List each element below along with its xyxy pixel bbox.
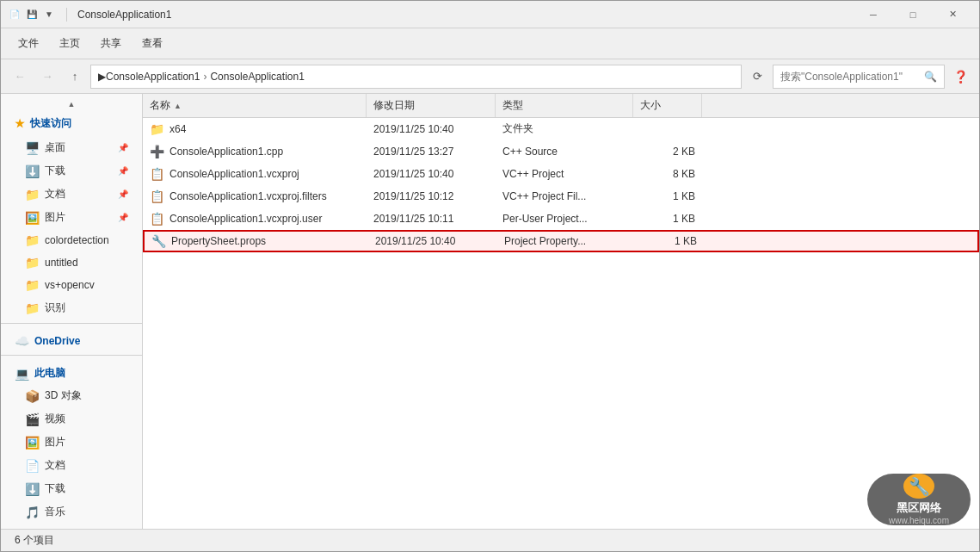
sidebar-item-label: 文档 — [45, 187, 65, 202]
sidebar-item-downloads2[interactable]: ⬇️ 下载 — [1, 477, 142, 500]
col-header-type[interactable]: 类型 — [496, 94, 633, 117]
file-date-cell: 2019/11/25 13:27 — [367, 140, 496, 162]
watermark: 🔧 黑区网络 www.heiqu.com — [867, 474, 971, 525]
sidebar-item-recognition[interactable]: 📁 识别 — [1, 296, 142, 319]
downloads2-icon: ⬇️ — [25, 482, 40, 496]
search-icon: 🔍 — [924, 71, 937, 83]
search-input[interactable] — [780, 71, 921, 83]
menu-item-home[interactable]: 主页 — [49, 33, 90, 54]
forward-button[interactable]: → — [35, 65, 59, 89]
file-size-cell — [633, 118, 702, 140]
table-row[interactable]: 📋 ConsoleApplication1.vcxproj 2019/11/25… — [143, 163, 979, 185]
sidebar-item-label: colordetection — [45, 234, 109, 246]
sidebar-item-desktop[interactable]: 🖥️ 桌面 📌 — [1, 136, 142, 159]
file-name: ConsoleApplication1.vcxproj.filters — [169, 190, 327, 202]
desktop-icon: 🖥️ — [25, 141, 40, 155]
menu-bar: 文件 主页 共享 查看 — [1, 28, 979, 59]
back-button[interactable]: ← — [8, 65, 32, 89]
onedrive-header[interactable]: ☁️ OneDrive — [1, 327, 142, 351]
folder-icon: 📁 — [25, 278, 40, 292]
file-icon: 📋 — [150, 167, 164, 181]
watermark-url: www.heiqu.com — [889, 516, 949, 525]
pin-icon: 📌 — [118, 166, 128, 176]
sidebar-item-label: 下载 — [45, 481, 65, 496]
col-header-date[interactable]: 修改日期 — [367, 94, 496, 117]
up-button[interactable]: ↑ — [63, 65, 87, 89]
title-divider — [66, 8, 67, 22]
file-name-cell: 🔧 PropertySheet.props — [145, 232, 368, 251]
pin-icon: 📌 — [118, 143, 128, 152]
path-segment-2: ConsoleApplication1 — [210, 71, 304, 83]
sidebar-item-untitled[interactable]: 📁 untitled — [1, 251, 142, 274]
onedrive-label: OneDrive — [34, 335, 80, 347]
download-icon: ⬇️ — [25, 164, 40, 178]
docs2-icon: 📄 — [25, 459, 40, 473]
sidebar-item-pictures2[interactable]: 🖼️ 图片 — [1, 431, 142, 454]
sidebar-item-downloads[interactable]: ⬇️ 下载 📌 — [1, 159, 142, 183]
file-icon: 📁 — [150, 122, 164, 136]
sidebar-item-documents[interactable]: 📁 文档 📌 — [1, 183, 142, 206]
table-row[interactable]: 🔧 PropertySheet.props 2019/11/25 10:40 P… — [143, 230, 979, 252]
file-name-cell: 📋 ConsoleApplication1.vcxproj.filters — [143, 185, 367, 207]
sidebar-item-colordetection[interactable]: 📁 colordetection — [1, 229, 142, 251]
file-type-cell: C++ Source — [496, 140, 633, 162]
file-area: 名称 ▲ 修改日期 类型 大小 📁 x64 2019/11/2 — [143, 94, 979, 529]
sidebar-item-label: 桌面 — [45, 140, 65, 155]
file-size-cell: 1 KB — [635, 232, 704, 251]
file-size-cell: 1 KB — [633, 185, 702, 207]
sidebar-item-music[interactable]: 🎵 音乐 — [1, 500, 142, 524]
sidebar-item-vsopencv[interactable]: 📁 vs+opencv — [1, 274, 142, 296]
col-header-name[interactable]: 名称 ▲ — [143, 94, 367, 117]
pictures2-icon: 🖼️ — [25, 436, 40, 450]
sidebar-item-label: 识别 — [45, 301, 65, 315]
sidebar-divider-1 — [1, 323, 142, 324]
table-row[interactable]: 📋 ConsoleApplication1.vcxproj.user 2019/… — [143, 208, 979, 230]
sidebar-item-video[interactable]: 🎬 视频 — [1, 407, 142, 431]
sidebar-item-label: 3D 对象 — [45, 388, 82, 403]
explorer-window: 📄 💾 ▼ ConsoleApplication1 ─ □ ✕ 文件 主页 共享… — [0, 0, 980, 552]
file-icon: 📋 — [150, 189, 164, 203]
file-size-cell: 2 KB — [633, 140, 702, 162]
col-size-label: 大小 — [640, 98, 661, 113]
video-icon: 🎬 — [25, 412, 40, 426]
sidebar-item-3d[interactable]: 📦 3D 对象 — [1, 384, 142, 407]
address-bar: ← → ↑ ▶ ConsoleApplication1 › ConsoleApp… — [1, 59, 979, 94]
sidebar-item-docs2[interactable]: 📄 文档 — [1, 454, 142, 477]
menu-item-file[interactable]: 文件 — [8, 33, 49, 54]
address-path[interactable]: ▶ ConsoleApplication1 › ConsoleApplicati… — [90, 65, 742, 89]
refresh-button[interactable]: ⟳ — [745, 65, 769, 89]
file-name: ConsoleApplication1.vcxproj — [169, 168, 299, 180]
pictures-icon: 🖼️ — [25, 211, 40, 225]
sidebar-item-label: 音乐 — [45, 505, 65, 519]
table-row[interactable]: 📋 ConsoleApplication1.vcxproj.filters 20… — [143, 185, 979, 208]
file-type-cell: VC++ Project — [496, 163, 633, 184]
file-name: x64 — [169, 123, 186, 135]
music-icon: 🎵 — [25, 505, 40, 519]
title-bar-icons: 📄 💾 ▼ — [8, 8, 56, 22]
folder-icon: 📁 — [25, 301, 40, 315]
close-button[interactable]: ✕ — [933, 1, 972, 28]
table-row[interactable]: 📁 x64 2019/11/25 10:40 文件夹 — [143, 118, 979, 140]
window-controls: ─ □ ✕ — [854, 1, 972, 28]
maximize-button[interactable]: □ — [893, 1, 933, 28]
menu-item-share[interactable]: 共享 — [90, 33, 132, 54]
search-box: 🔍 — [773, 65, 945, 89]
3d-icon: 📦 — [25, 389, 40, 403]
sidebar-item-pictures[interactable]: 🖼️ 图片 📌 — [1, 206, 142, 229]
file-icon: 🔧 — [151, 234, 166, 248]
file-icon: 📋 — [150, 212, 164, 226]
file-date-cell: 2019/11/25 10:12 — [367, 185, 496, 207]
col-type-label: 类型 — [502, 98, 523, 113]
minimize-button[interactable]: ─ — [854, 1, 893, 28]
sidebar-scroll-up[interactable]: ▲ — [1, 97, 142, 111]
computer-icon: 💻 — [15, 367, 29, 381]
thispc-header[interactable]: 💻 此电脑 — [1, 359, 142, 384]
dropdown-icon[interactable]: ▼ — [42, 8, 56, 22]
docs-icon: 📁 — [25, 188, 40, 202]
table-row[interactable]: ➕ ConsoleApplication1.cpp 2019/11/25 13:… — [143, 140, 979, 163]
col-header-size[interactable]: 大小 — [633, 94, 702, 117]
help-button[interactable]: ❓ — [948, 65, 972, 89]
menu-item-view[interactable]: 查看 — [132, 33, 173, 54]
quick-access-header[interactable]: ★ 快速访问 — [1, 111, 142, 136]
sidebar: ▲ ★ 快速访问 🖥️ 桌面 📌 ⬇️ 下载 📌 📁 文档 📌 🖼 — [1, 94, 143, 529]
